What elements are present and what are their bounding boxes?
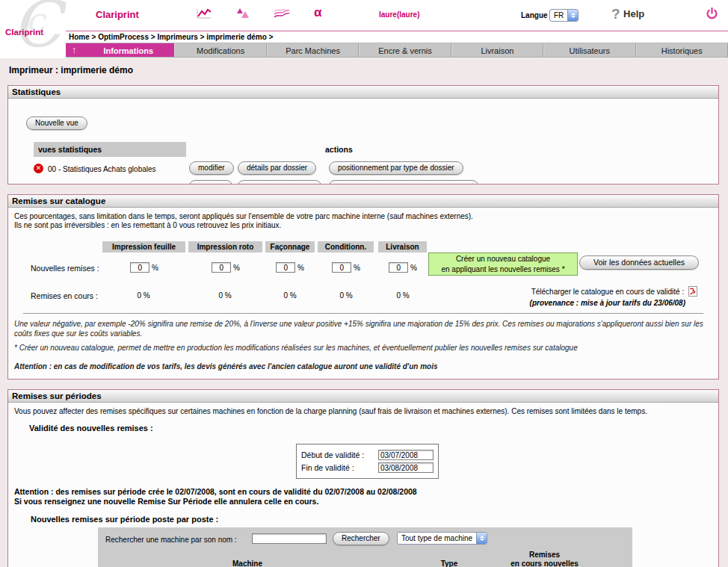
col-remises: Remises en cours nouvelles (502, 551, 587, 567)
tab-modifications[interactable]: Modifications (174, 43, 266, 57)
statistics-panel-title: Statistiques (8, 86, 718, 99)
search-button[interactable]: Rechercher (333, 532, 389, 545)
delete-icon[interactable]: ✕ (34, 164, 43, 173)
line-chart-icon[interactable] (197, 7, 212, 22)
tab-informations[interactable]: Informations (82, 43, 174, 57)
end-date-label: Fin de validité : (301, 463, 374, 472)
up-arrow-icon: ↑ (72, 45, 76, 55)
col-livraison: Livraison (378, 241, 427, 252)
statistics-row-label: 00 - Statistiques Achats globales (48, 165, 156, 173)
periods-warning-1: Attention : des remises sur période crée… (14, 487, 417, 496)
shapes-icon[interactable] (235, 7, 250, 22)
discount-input-roto[interactable] (212, 262, 231, 273)
breadcrumb[interactable]: Home > OptimProcess > Imprimeurs > impri… (0, 31, 728, 43)
current-discount-value: 0 % (210, 291, 240, 300)
download-catalog-block: Télécharger le catalogue en cours de val… (427, 286, 697, 307)
question-mark-icon: ? (611, 6, 620, 22)
end-date-input[interactable] (378, 462, 434, 473)
machine-type-select[interactable]: Tout type de machine (397, 532, 487, 545)
discount-input-feuille[interactable] (130, 262, 149, 273)
machine-search-label: Rechercher une machine par son nom : (105, 536, 237, 544)
col-conditionn: Conditionn. (318, 241, 374, 252)
col-machine: Machine (203, 560, 292, 567)
statistics-panel: Statistiques Nouvelle vue vues statistiq… (7, 85, 719, 185)
current-discount-value: 0 % (331, 291, 361, 300)
main-tabbar: ↑ Informations Modifications Parc Machin… (0, 43, 728, 58)
create-catalog-button[interactable]: Créer un nouveau catalogue en appliquant… (428, 252, 578, 276)
current-user: laure(laure) (379, 10, 419, 19)
catalog-panel-title: Remises sur catalogue (8, 195, 718, 208)
discount-input-conditionn[interactable] (332, 262, 351, 273)
alpha-icon[interactable]: α (314, 5, 321, 20)
language-value: FR (550, 11, 567, 19)
tab-historiques[interactable]: Historiques (636, 43, 728, 57)
validity-dates-table: Début de validité : Fin de validité : (296, 444, 439, 479)
machine-type-value: Tout type de machine (398, 534, 476, 542)
periods-subtitle: Nouvelles remises sur période poste par … (31, 515, 218, 524)
catalog-intro-line2: Ils ne sont pas irréversibles : en les r… (14, 221, 281, 229)
current-discount-value: 0 % (129, 291, 158, 300)
logo-wordmark: Clariprint (5, 28, 43, 37)
periods-intro: Vous pouvez affecter des remises spécifi… (14, 407, 715, 415)
positioning-button[interactable]: positionnement par type de dossier (329, 161, 463, 175)
col-faconnage: Façonnage (265, 241, 315, 252)
col-impression-feuille: Impression feuille (102, 241, 185, 252)
home-up-button[interactable]: ↑ (66, 43, 82, 57)
language-select[interactable]: FR (549, 9, 579, 22)
periods-panel-title: Remises sur périodes (8, 390, 718, 403)
discount-input-livraison[interactable] (389, 262, 408, 273)
logout-power-button[interactable] (706, 7, 718, 23)
catalog-note-create: * Créer un nouveau catalogue, permet de … (14, 343, 714, 353)
new-view-button[interactable]: Nouvelle vue (26, 117, 87, 130)
modify-button[interactable]: modifier (189, 161, 234, 175)
divider (23, 313, 703, 314)
details-per-folder-button[interactable]: détails par dossier (238, 161, 316, 175)
machine-search-panel: Rechercher une machine par son nom : Rec… (98, 527, 632, 567)
current-discounts-label: Remises en cours : (31, 291, 98, 300)
col-impression-roto: Impression roto (188, 241, 262, 252)
top-header: Clariprint α laure(laure) Langue : FR ? … (0, 0, 728, 31)
catalog-provenance: (provenance : mise à jour tarifs du 23/0… (427, 299, 697, 307)
period-discounts-panel: Remises sur périodes Vous pouvez affecte… (7, 389, 719, 567)
catalog-discounts-panel: Remises sur catalogue Ces pourcentages, … (7, 194, 719, 379)
app-title: Clariprint (96, 9, 139, 20)
periods-warning-2: Si vous renseignez une nouvelle Remise S… (14, 497, 318, 506)
catalog-note-attention: Attention : en cas de modification de vo… (14, 362, 714, 371)
tab-livraison[interactable]: Livraison (451, 43, 543, 57)
new-discount-cell: % (324, 262, 368, 273)
start-date-input[interactable] (378, 450, 434, 460)
actions-column-header: actions (325, 145, 353, 154)
current-discount-value: 0 % (275, 291, 305, 300)
clariprint-logo: C c Clariprint (0, 0, 66, 58)
views-column-header: vues statistiques (34, 142, 186, 157)
tab-encre-vernis[interactable]: Encre & vernis (359, 43, 451, 57)
language-label: Langue : (521, 11, 552, 19)
validity-title: Validité des nouvelles remises : (29, 424, 153, 433)
catalog-note-negative-values: Une valeur négative, par exemple -20% si… (14, 319, 714, 338)
col-type: Type (427, 560, 472, 567)
new-discount-cell: % (380, 262, 425, 273)
current-discount-value: 0 % (388, 291, 418, 300)
tab-parc-machines[interactable]: Parc Machines (267, 43, 359, 57)
start-date-label: Début de validité : (301, 450, 374, 459)
new-discount-cell: % (268, 262, 312, 273)
new-discount-cell: % (122, 262, 167, 273)
tab-utilisateurs[interactable]: Utilisateurs (543, 43, 635, 57)
new-discounts-label: Nouvelles remises : (31, 264, 99, 273)
pdf-icon[interactable] (688, 286, 697, 298)
waves-icon[interactable] (274, 8, 290, 22)
view-current-data-button[interactable]: Voir les données actuelles (579, 255, 699, 270)
new-discount-cell: % (203, 262, 248, 273)
help-button[interactable]: ? Help (611, 6, 644, 22)
discount-input-faconnage[interactable] (276, 262, 295, 273)
select-stepper-icon (567, 10, 578, 21)
page-title: Imprimeur : imprimerie démo (9, 65, 728, 75)
download-catalog-label: Télécharger le catalogue en cours de val… (531, 288, 685, 296)
machine-search-input[interactable] (252, 533, 327, 544)
select-stepper-icon (476, 533, 487, 544)
catalog-intro-line1: Ces pourcentages, sans limitation dans l… (14, 212, 473, 220)
